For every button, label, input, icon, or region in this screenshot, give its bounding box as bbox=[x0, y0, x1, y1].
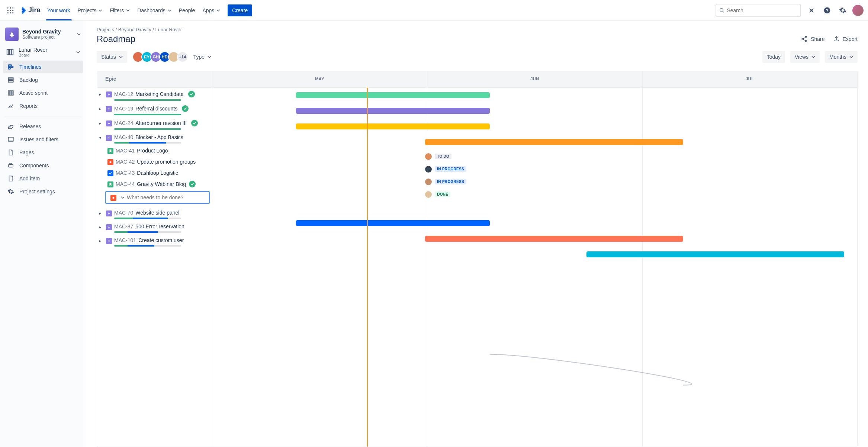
svg-point-5 bbox=[12, 10, 13, 11]
share-button[interactable]: Share bbox=[801, 36, 824, 42]
sidebar-item-project-settings[interactable]: Project settings bbox=[3, 185, 83, 198]
sidebar-item-timelines[interactable]: Timelines bbox=[3, 61, 83, 73]
nav-people[interactable]: People bbox=[175, 0, 199, 20]
profile-avatar[interactable] bbox=[852, 5, 864, 16]
chevron-down-icon[interactable] bbox=[77, 31, 81, 37]
svg-point-4 bbox=[10, 10, 11, 11]
svg-point-34 bbox=[110, 161, 112, 163]
sidebar-item-icon bbox=[7, 149, 15, 156]
gantt-bar[interactable] bbox=[296, 92, 489, 98]
project-header[interactable]: Beyond Gravity Software project bbox=[3, 26, 83, 45]
epic-type-icon bbox=[106, 135, 112, 141]
issue-title: Afterburner revision III bbox=[135, 120, 187, 126]
gantt-bar[interactable] bbox=[586, 251, 845, 257]
epic-row[interactable]: ▸MAC-101Create custom user bbox=[97, 234, 212, 248]
epic-row[interactable]: ▸MAC-70Website side panel bbox=[97, 207, 212, 221]
sidebar-item-components[interactable]: Components bbox=[3, 159, 83, 172]
gantt-bar[interactable] bbox=[425, 139, 683, 145]
nav-filters[interactable]: Filters bbox=[106, 0, 134, 20]
views-button[interactable]: Views bbox=[790, 51, 820, 63]
today-button[interactable]: Today bbox=[762, 51, 785, 63]
issue-type-icon bbox=[110, 195, 116, 201]
epic-row[interactable]: ▸MAC-87500 Error reservation bbox=[97, 221, 212, 234]
notifications-icon[interactable] bbox=[806, 4, 817, 16]
svg-point-9 bbox=[720, 8, 723, 11]
expand-toggle[interactable]: ▸ bbox=[99, 121, 105, 125]
svg-rect-22 bbox=[8, 91, 10, 95]
new-issue-input[interactable] bbox=[105, 191, 210, 204]
issue-title: Create custom user bbox=[138, 237, 184, 243]
child-issue-row[interactable]: MAC-43Dashloop Logistic bbox=[97, 167, 212, 179]
sidebar-item-issues-and-filters[interactable]: Issues and filters bbox=[3, 133, 83, 146]
expand-toggle[interactable]: ▸ bbox=[99, 92, 105, 96]
status-filter[interactable]: Status bbox=[97, 51, 127, 63]
summary-input[interactable] bbox=[127, 194, 206, 200]
type-filter[interactable]: Type bbox=[193, 54, 211, 60]
create-button[interactable]: Create bbox=[228, 4, 252, 16]
board-header[interactable]: Lunar Rover Board bbox=[3, 45, 83, 60]
sidebar-item-reports[interactable]: Reports bbox=[3, 100, 83, 112]
board-subtitle: Board bbox=[19, 53, 47, 57]
nav-apps[interactable]: Apps bbox=[199, 0, 224, 20]
done-check-icon bbox=[188, 91, 195, 97]
sidebar-item-releases[interactable]: Releases bbox=[3, 120, 83, 133]
epic-row[interactable]: ▸MAC-19Referral discounts bbox=[97, 102, 212, 117]
issue-key: MAC-19 bbox=[114, 106, 133, 112]
child-issue-row[interactable]: MAC-41Product Logo bbox=[97, 145, 212, 156]
issue-title: Product Logo bbox=[137, 148, 168, 154]
svg-rect-24 bbox=[12, 91, 13, 95]
months-button[interactable]: Months bbox=[825, 51, 858, 63]
sidebar-item-label: Timelines bbox=[19, 64, 41, 70]
help-icon[interactable]: ? bbox=[821, 4, 833, 16]
status-badge: DONE bbox=[435, 192, 450, 197]
expand-toggle[interactable]: ▸ bbox=[99, 225, 105, 229]
month-header: JUL bbox=[643, 71, 857, 87]
timeline[interactable]: TO DOIN PROGRESSIN PROGRESSDONE bbox=[212, 88, 857, 447]
svg-rect-13 bbox=[7, 49, 9, 55]
assignee-more[interactable]: +14 bbox=[177, 51, 188, 62]
epic-row[interactable]: ▸MAC-24Afterburner revision III bbox=[97, 117, 212, 131]
search-input-wrap[interactable] bbox=[716, 4, 801, 17]
export-button[interactable]: Export bbox=[833, 36, 858, 42]
board-icon bbox=[6, 48, 14, 56]
search-input[interactable] bbox=[727, 7, 797, 13]
assignee-list[interactable]: EYGHHD+14 bbox=[132, 51, 188, 62]
app-switcher-icon[interactable] bbox=[4, 4, 16, 16]
sidebar-item-pages[interactable]: Pages bbox=[3, 146, 83, 159]
chevron-down-icon[interactable] bbox=[121, 194, 125, 200]
expand-toggle[interactable]: ▸ bbox=[99, 107, 105, 111]
child-issue-row[interactable]: MAC-42Update promotion groups bbox=[97, 156, 212, 167]
settings-icon[interactable] bbox=[837, 4, 849, 16]
gantt-bar[interactable] bbox=[296, 108, 489, 114]
gantt-bar[interactable] bbox=[296, 123, 489, 129]
chevron-down-icon[interactable] bbox=[76, 49, 80, 55]
issue-key: MAC-40 bbox=[114, 134, 133, 140]
breadcrumb[interactable]: Projects / Beyond Gravity / Lunar Rover bbox=[97, 27, 858, 32]
epic-row[interactable]: ▸MAC-12Marketing Candidate bbox=[97, 88, 212, 102]
gantt-bar[interactable] bbox=[425, 236, 683, 242]
status-badge: TO DO bbox=[435, 154, 451, 159]
jira-logo[interactable]: Jira bbox=[19, 6, 41, 15]
board-name: Lunar Rover bbox=[19, 47, 47, 53]
toolbar: Status EYGHHD+14 Type Today Views Months bbox=[97, 51, 858, 63]
expand-toggle[interactable]: ▸ bbox=[99, 211, 105, 215]
sidebar-item-backlog[interactable]: Backlog bbox=[3, 74, 83, 86]
epic-type-icon bbox=[106, 91, 112, 97]
child-issue-row[interactable]: MAC-44Gravity Webinar Blog bbox=[97, 179, 212, 190]
svg-rect-27 bbox=[9, 164, 13, 167]
expand-toggle[interactable]: ▾ bbox=[99, 136, 105, 140]
issue-key: MAC-41 bbox=[116, 148, 135, 154]
month-header: JUN bbox=[427, 71, 642, 87]
issue-type-icon bbox=[107, 170, 113, 176]
epic-row[interactable]: ▾MAC-40Blocker - App Basics bbox=[97, 131, 212, 145]
nav-dashboards[interactable]: Dashboards bbox=[134, 0, 175, 20]
nav-your-work[interactable]: Your work bbox=[44, 0, 74, 20]
project-name: Beyond Gravity bbox=[22, 29, 77, 35]
sidebar-item-add-item[interactable]: Add item bbox=[3, 172, 83, 185]
svg-line-33 bbox=[804, 39, 806, 41]
sidebar-item-active-sprint[interactable]: Active sprint bbox=[3, 87, 83, 99]
nav-projects[interactable]: Projects bbox=[74, 0, 106, 20]
search-icon bbox=[719, 7, 724, 13]
gantt-bar[interactable] bbox=[296, 220, 489, 226]
expand-toggle[interactable]: ▸ bbox=[99, 239, 105, 243]
